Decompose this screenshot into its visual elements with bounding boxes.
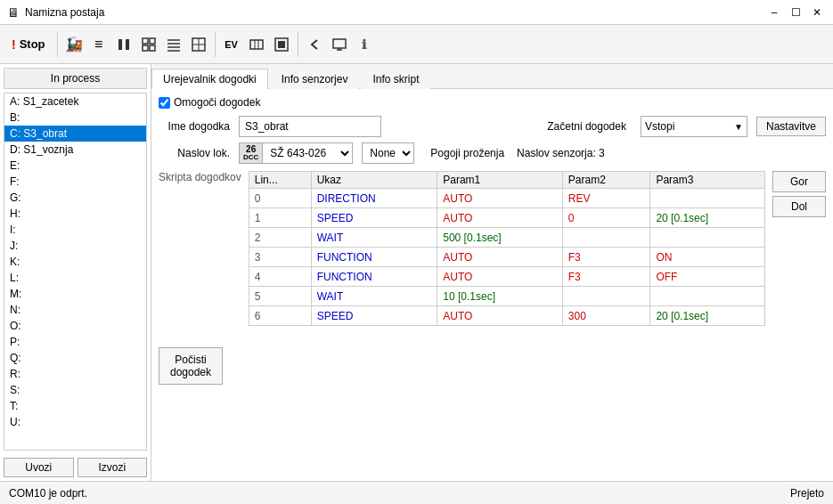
sidebar-item[interactable]: G: [4, 190, 146, 206]
sidebar-item[interactable]: Q: [4, 350, 146, 366]
table-cell: AUTO [437, 189, 563, 208]
sidebar-item[interactable]: M: [4, 286, 146, 302]
table-cell: SPEED [311, 306, 437, 326]
table-cell: FUNCTION [311, 248, 437, 267]
sidebar-footer: Uvozi Izvozi [0, 454, 151, 481]
table-cell: SPEED [311, 208, 437, 228]
izvozi-button[interactable]: Izvozi [78, 458, 148, 477]
sidebar-item[interactable]: F: [4, 174, 146, 190]
col-header: Ukaz [311, 172, 437, 189]
sidebar-item[interactable]: T: [4, 398, 146, 414]
svg-rect-17 [278, 41, 285, 48]
tab-urejevalnik[interactable]: Urejevalnik dogodki [151, 69, 268, 89]
addr-prefix: 26 DCC [240, 143, 263, 163]
sidebar-item[interactable]: C: S3_obrat [4, 126, 146, 142]
address-box: 26 DCC SŽ 643-026 [239, 142, 353, 164]
sidebar-item[interactable]: P: [4, 334, 146, 350]
tab-info_skript[interactable]: Info skript [361, 69, 430, 89]
toolbar: ! Stop 🚂 ≡ EV ℹ [0, 25, 833, 64]
separator-1 [57, 32, 58, 57]
close-button[interactable]: ✕ [808, 4, 826, 20]
grid2-icon[interactable] [188, 34, 209, 55]
pause-icon[interactable] [113, 34, 135, 55]
train-icon[interactable]: 🚂 [63, 34, 85, 55]
svg-rect-5 [150, 45, 155, 51]
table-cell: 500 [0.1sec] [437, 228, 563, 248]
table-row[interactable]: 5WAIT10 [0.1sec] [249, 287, 764, 306]
zacetni-value: Vstopi [645, 120, 674, 133]
grid3-icon[interactable] [246, 34, 267, 55]
table-row[interactable]: 4FUNCTIONAUTOF3OFF [249, 267, 764, 287]
zacetni-label: Začetni dogodek [547, 120, 626, 133]
enable-event-checkbox[interactable] [159, 97, 170, 109]
gor-button[interactable]: Gor [772, 171, 826, 192]
sidebar-item[interactable]: K: [4, 254, 146, 270]
script-area: Skripta dogodkov Počisti dogodek Lin...U… [159, 171, 826, 385]
pocisti-button[interactable]: Počisti dogodek [159, 347, 223, 385]
tab-content: Omogoči dogodek Ime dogodka Začetni dogo… [151, 89, 833, 481]
stop-button[interactable]: ! Stop [5, 29, 52, 60]
status-right: Prejeto [790, 487, 824, 500]
table-cell: 6 [249, 306, 311, 326]
sidebar-item[interactable]: D: S1_voznja [4, 142, 146, 158]
enable-event-label: Omogoči dogodek [174, 96, 260, 109]
sidebar-item[interactable]: I: [4, 222, 146, 238]
skripta-label: Skripta dogodkov [159, 171, 241, 183]
pogoji-label: Pogoji proženja [430, 147, 504, 159]
maximize-button[interactable]: ☐ [787, 4, 804, 20]
app-title: Namizna postaja [25, 6, 104, 19]
sidebar-item[interactable]: L: [4, 270, 146, 286]
svg-rect-13 [250, 40, 263, 49]
app-icon: 🖥 [7, 5, 20, 20]
table-row[interactable]: 2WAIT500 [0.1sec] [249, 228, 764, 248]
grid1-icon[interactable] [138, 34, 159, 55]
grid4-icon[interactable] [271, 34, 292, 55]
svg-rect-2 [143, 38, 148, 44]
ev-icon[interactable]: EV [221, 34, 242, 55]
table-cell [650, 287, 765, 306]
separator-2 [215, 32, 216, 57]
table-cell [562, 287, 650, 306]
sidebar-item[interactable]: J: [4, 238, 146, 254]
table-cell: 0 [562, 208, 650, 228]
dol-button[interactable]: Dol [772, 196, 826, 217]
table-row[interactable]: 1SPEEDAUTO020 [0.1sec] [249, 208, 764, 228]
table-row[interactable]: 6SPEEDAUTO30020 [0.1sec] [249, 306, 764, 326]
sidebar-item[interactable]: R: [4, 366, 146, 382]
side-buttons: Gor Dol [772, 171, 826, 385]
zacetni-dropdown[interactable]: Vstopi ▼ [641, 116, 747, 137]
sidebar-item[interactable]: E: [4, 158, 146, 174]
table-cell: 20 [0.1sec] [650, 306, 765, 326]
minimize-button[interactable]: – [765, 4, 783, 20]
sidebar-item[interactable]: A: S1_zacetek [4, 93, 146, 110]
nastavitve-button[interactable]: Nastavitve [756, 117, 826, 136]
ime-input[interactable] [239, 116, 381, 137]
sidebar-item[interactable]: S: [4, 382, 146, 398]
screen-icon[interactable] [329, 34, 350, 55]
lines-icon[interactable] [163, 34, 184, 55]
sidebar-item[interactable]: N: [4, 302, 146, 318]
sidebar-item[interactable]: H: [4, 206, 146, 222]
naslov-senzorja-label: Naslov senzorja: 3 [517, 147, 605, 159]
stop-label: Stop [20, 37, 45, 51]
sidebar-item[interactable]: O: [4, 318, 146, 334]
addr-select[interactable]: SŽ 643-026 [263, 143, 352, 163]
back-icon[interactable] [304, 34, 325, 55]
col-header: Param1 [437, 172, 563, 189]
info-icon[interactable]: ℹ [354, 34, 375, 55]
status-bar: COM10 je odprt. Prejeto [0, 481, 833, 504]
uvozi-button[interactable]: Uvozi [4, 458, 74, 477]
list-icon[interactable]: ≡ [88, 34, 110, 55]
in-process-button[interactable]: In process [4, 68, 147, 89]
table-row[interactable]: 3FUNCTIONAUTOF3ON [249, 248, 764, 267]
none-select[interactable]: None [362, 142, 414, 164]
tab-info_senzorjev[interactable]: Info senzorjev [270, 69, 360, 89]
sidebar-item[interactable]: B: [4, 110, 146, 126]
table-cell: 1 [249, 208, 311, 228]
table-cell: DIRECTION [311, 189, 437, 208]
table-cell: AUTO [437, 208, 563, 228]
sidebar-item[interactable]: U: [4, 414, 146, 430]
table-row[interactable]: 0DIRECTIONAUTOREV [249, 189, 764, 208]
svg-rect-0 [118, 39, 122, 50]
svg-rect-4 [143, 45, 148, 51]
